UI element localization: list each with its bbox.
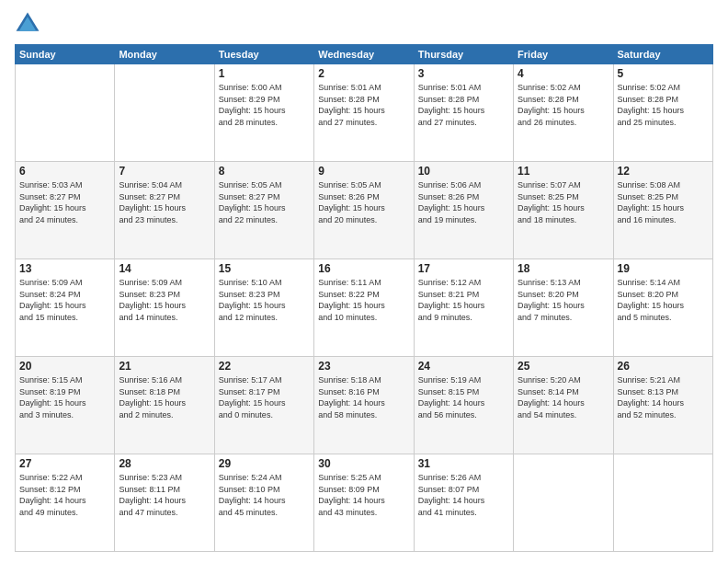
calendar-cell: 11Sunrise: 5:07 AM Sunset: 8:25 PM Dayli… (514, 162, 613, 259)
day-number: 7 (119, 165, 210, 178)
weekday-header-monday: Monday (115, 45, 214, 64)
day-info: Sunrise: 5:20 AM Sunset: 8:14 PM Dayligh… (518, 374, 609, 420)
day-number: 5 (618, 67, 709, 80)
calendar-cell: 5Sunrise: 5:02 AM Sunset: 8:28 PM Daylig… (613, 64, 712, 162)
day-info: Sunrise: 5:24 AM Sunset: 8:10 PM Dayligh… (219, 472, 310, 518)
day-number: 17 (418, 262, 509, 275)
day-number: 10 (418, 165, 509, 178)
day-info: Sunrise: 5:05 AM Sunset: 8:26 PM Dayligh… (318, 179, 409, 225)
week-row-1: 1Sunrise: 5:00 AM Sunset: 8:29 PM Daylig… (16, 64, 713, 162)
day-info: Sunrise: 5:25 AM Sunset: 8:09 PM Dayligh… (318, 472, 409, 518)
day-info: Sunrise: 5:21 AM Sunset: 8:13 PM Dayligh… (618, 374, 709, 420)
day-number: 9 (318, 165, 409, 178)
day-number: 15 (219, 262, 310, 275)
calendar-cell: 1Sunrise: 5:00 AM Sunset: 8:29 PM Daylig… (214, 64, 313, 162)
day-info: Sunrise: 5:17 AM Sunset: 8:17 PM Dayligh… (219, 374, 310, 420)
day-number: 19 (618, 262, 709, 275)
calendar-cell: 20Sunrise: 5:15 AM Sunset: 8:19 PM Dayli… (16, 357, 115, 454)
calendar-cell (16, 64, 115, 162)
day-info: Sunrise: 5:03 AM Sunset: 8:27 PM Dayligh… (19, 179, 110, 225)
calendar-cell: 10Sunrise: 5:06 AM Sunset: 8:26 PM Dayli… (414, 162, 513, 259)
logo (15, 11, 44, 37)
week-row-2: 6Sunrise: 5:03 AM Sunset: 8:27 PM Daylig… (16, 162, 713, 259)
day-info: Sunrise: 5:16 AM Sunset: 8:18 PM Dayligh… (119, 374, 210, 420)
weekday-header-row: SundayMondayTuesdayWednesdayThursdayFrid… (16, 45, 713, 64)
calendar-cell: 16Sunrise: 5:11 AM Sunset: 8:22 PM Dayli… (314, 259, 414, 357)
weekday-header-tuesday: Tuesday (214, 45, 313, 64)
week-row-5: 27Sunrise: 5:22 AM Sunset: 8:12 PM Dayli… (16, 454, 713, 552)
day-info: Sunrise: 5:14 AM Sunset: 8:20 PM Dayligh… (618, 277, 709, 323)
calendar-cell: 7Sunrise: 5:04 AM Sunset: 8:27 PM Daylig… (115, 162, 214, 259)
calendar-cell: 22Sunrise: 5:17 AM Sunset: 8:17 PM Dayli… (214, 357, 313, 454)
calendar-cell: 6Sunrise: 5:03 AM Sunset: 8:27 PM Daylig… (16, 162, 115, 259)
page: SundayMondayTuesdayWednesdayThursdayFrid… (0, 0, 728, 563)
day-number: 24 (418, 360, 509, 373)
calendar-cell: 21Sunrise: 5:16 AM Sunset: 8:18 PM Dayli… (115, 357, 214, 454)
day-info: Sunrise: 5:07 AM Sunset: 8:25 PM Dayligh… (518, 179, 609, 225)
calendar-cell (115, 64, 214, 162)
calendar-cell: 14Sunrise: 5:09 AM Sunset: 8:23 PM Dayli… (115, 259, 214, 357)
day-number: 8 (219, 165, 310, 178)
day-info: Sunrise: 5:02 AM Sunset: 8:28 PM Dayligh… (518, 82, 609, 128)
day-number: 3 (418, 67, 509, 80)
day-info: Sunrise: 5:11 AM Sunset: 8:22 PM Dayligh… (318, 277, 409, 323)
calendar-cell: 18Sunrise: 5:13 AM Sunset: 8:20 PM Dayli… (514, 259, 613, 357)
day-number: 6 (19, 165, 110, 178)
calendar-cell: 19Sunrise: 5:14 AM Sunset: 8:20 PM Dayli… (613, 259, 712, 357)
calendar-cell (514, 454, 613, 552)
calendar-cell: 2Sunrise: 5:01 AM Sunset: 8:28 PM Daylig… (314, 64, 414, 162)
day-number: 14 (119, 262, 210, 275)
calendar-cell: 25Sunrise: 5:20 AM Sunset: 8:14 PM Dayli… (514, 357, 613, 454)
calendar-cell (613, 454, 712, 552)
calendar-cell: 30Sunrise: 5:25 AM Sunset: 8:09 PM Dayli… (314, 454, 414, 552)
logo-icon (15, 11, 40, 37)
day-info: Sunrise: 5:01 AM Sunset: 8:28 PM Dayligh… (418, 82, 509, 128)
day-number: 29 (219, 457, 310, 470)
day-number: 23 (318, 360, 409, 373)
week-row-3: 13Sunrise: 5:09 AM Sunset: 8:24 PM Dayli… (16, 259, 713, 357)
week-row-4: 20Sunrise: 5:15 AM Sunset: 8:19 PM Dayli… (16, 357, 713, 454)
day-info: Sunrise: 5:19 AM Sunset: 8:15 PM Dayligh… (418, 374, 509, 420)
calendar-table: SundayMondayTuesdayWednesdayThursdayFrid… (15, 44, 713, 552)
calendar-cell: 8Sunrise: 5:05 AM Sunset: 8:27 PM Daylig… (214, 162, 313, 259)
weekday-header-wednesday: Wednesday (314, 45, 414, 64)
day-info: Sunrise: 5:15 AM Sunset: 8:19 PM Dayligh… (19, 374, 110, 420)
day-info: Sunrise: 5:01 AM Sunset: 8:28 PM Dayligh… (318, 82, 409, 128)
weekday-header-thursday: Thursday (414, 45, 513, 64)
header (15, 11, 713, 37)
calendar-cell: 9Sunrise: 5:05 AM Sunset: 8:26 PM Daylig… (314, 162, 414, 259)
weekday-header-sunday: Sunday (16, 45, 115, 64)
day-info: Sunrise: 5:08 AM Sunset: 8:25 PM Dayligh… (618, 179, 709, 225)
day-info: Sunrise: 5:18 AM Sunset: 8:16 PM Dayligh… (318, 374, 409, 420)
day-info: Sunrise: 5:12 AM Sunset: 8:21 PM Dayligh… (418, 277, 509, 323)
day-info: Sunrise: 5:02 AM Sunset: 8:28 PM Dayligh… (618, 82, 709, 128)
day-info: Sunrise: 5:26 AM Sunset: 8:07 PM Dayligh… (418, 472, 509, 518)
calendar-cell: 23Sunrise: 5:18 AM Sunset: 8:16 PM Dayli… (314, 357, 414, 454)
calendar-cell: 12Sunrise: 5:08 AM Sunset: 8:25 PM Dayli… (613, 162, 712, 259)
weekday-header-friday: Friday (514, 45, 613, 64)
day-number: 13 (19, 262, 110, 275)
day-info: Sunrise: 5:23 AM Sunset: 8:11 PM Dayligh… (119, 472, 210, 518)
calendar-cell: 29Sunrise: 5:24 AM Sunset: 8:10 PM Dayli… (214, 454, 313, 552)
day-number: 16 (318, 262, 409, 275)
day-number: 21 (119, 360, 210, 373)
day-number: 25 (518, 360, 609, 373)
weekday-header-saturday: Saturday (613, 45, 712, 64)
calendar-cell: 13Sunrise: 5:09 AM Sunset: 8:24 PM Dayli… (16, 259, 115, 357)
day-number: 2 (318, 67, 409, 80)
day-number: 18 (518, 262, 609, 275)
calendar-cell: 27Sunrise: 5:22 AM Sunset: 8:12 PM Dayli… (16, 454, 115, 552)
day-info: Sunrise: 5:06 AM Sunset: 8:26 PM Dayligh… (418, 179, 509, 225)
calendar-cell: 17Sunrise: 5:12 AM Sunset: 8:21 PM Dayli… (414, 259, 513, 357)
calendar-cell: 15Sunrise: 5:10 AM Sunset: 8:23 PM Dayli… (214, 259, 313, 357)
day-info: Sunrise: 5:09 AM Sunset: 8:24 PM Dayligh… (19, 277, 110, 323)
day-info: Sunrise: 5:22 AM Sunset: 8:12 PM Dayligh… (19, 472, 110, 518)
day-number: 26 (618, 360, 709, 373)
day-number: 31 (418, 457, 509, 470)
day-number: 12 (618, 165, 709, 178)
day-info: Sunrise: 5:09 AM Sunset: 8:23 PM Dayligh… (119, 277, 210, 323)
day-number: 4 (518, 67, 609, 80)
calendar-cell: 24Sunrise: 5:19 AM Sunset: 8:15 PM Dayli… (414, 357, 513, 454)
day-number: 30 (318, 457, 409, 470)
day-number: 11 (518, 165, 609, 178)
